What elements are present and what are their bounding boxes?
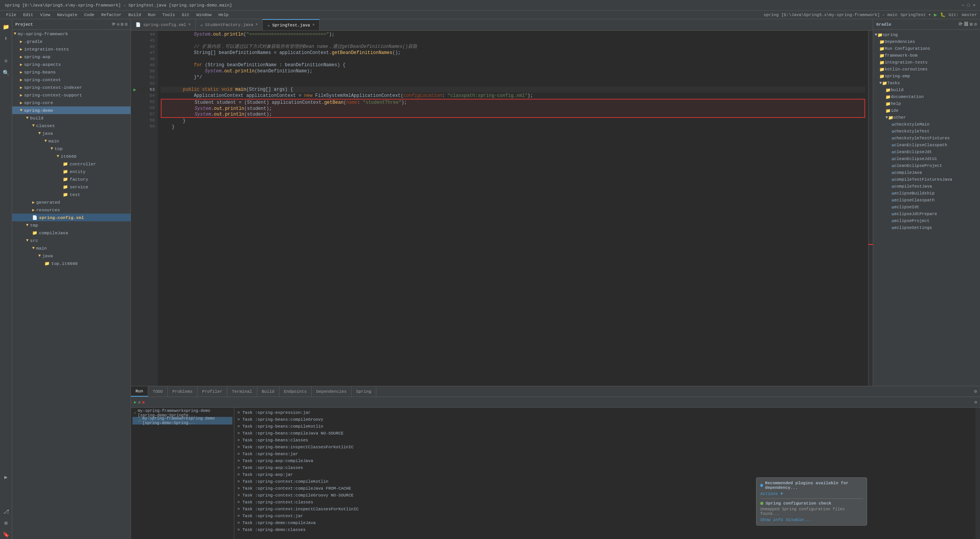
- code-content[interactable]: System.out.println("====================…: [158, 31, 868, 386]
- tree-classes[interactable]: ▼ classes: [12, 122, 131, 129]
- tree-main[interactable]: ▼ main: [12, 137, 131, 145]
- tree-gradle[interactable]: ▶ .gradle: [12, 38, 131, 45]
- tree-java[interactable]: ▼ java: [12, 129, 131, 137]
- sidebar-search-icon[interactable]: 🔍: [2, 68, 11, 77]
- bottom-tab-terminal[interactable]: Terminal: [227, 386, 257, 397]
- gradle-eclipseIdt[interactable]: ⚙ eclipseIdt: [873, 204, 980, 211]
- run-item-2[interactable]: ✓ my-spring-frameworkspring demo [spring…: [132, 417, 232, 425]
- tree-spring-aop[interactable]: ▶ spring-aop: [12, 53, 131, 60]
- bottom-tab-todo[interactable]: TODO: [148, 386, 168, 397]
- gradle-integration-tests[interactable]: 📁 integration-tests: [873, 59, 980, 66]
- sidebar-git-icon[interactable]: ⎇: [2, 507, 11, 516]
- editor-scrollbar[interactable]: [868, 31, 873, 386]
- tree-src-main[interactable]: ▼ main: [12, 244, 131, 252]
- gradle-compilejava-task[interactable]: ⚙ compileJava: [873, 169, 980, 176]
- tree-spring-demo[interactable]: ▼ spring-demo: [12, 106, 131, 114]
- sidebar-bookmark-icon[interactable]: 🔖: [2, 530, 11, 539]
- menu-tools[interactable]: Tools: [159, 12, 178, 18]
- menu-edit[interactable]: Edit: [20, 12, 36, 18]
- sidebar-structure2-icon[interactable]: ⊞: [2, 518, 11, 528]
- tab-spring-test[interactable]: ☕ SpringTest.java ×: [263, 19, 320, 30]
- project-collapse-icon[interactable]: ⊟: [125, 22, 127, 27]
- debug-btn[interactable]: 🐛: [940, 12, 946, 17]
- run-stop-icon[interactable]: ◼: [142, 400, 145, 405]
- gradle-checkstyletestfixtures[interactable]: ⚙ checkstyleTestFixtures: [873, 135, 980, 142]
- tree-build[interactable]: ▼ build: [12, 114, 131, 122]
- bottom-panel-gear-icon[interactable]: ⚙: [974, 389, 977, 394]
- sidebar-commit-icon[interactable]: ⬆: [2, 34, 11, 43]
- bottom-tab-build[interactable]: Build: [257, 386, 279, 397]
- run-rerun-icon[interactable]: ↺: [138, 400, 141, 405]
- tree-factory[interactable]: 📁 factory: [12, 175, 131, 183]
- gradle-framework-bom[interactable]: 📁 framework-bom: [873, 52, 980, 59]
- run-toolbar-gear-icon[interactable]: ⚙: [974, 400, 977, 405]
- minimize-btn[interactable]: ─: [962, 3, 964, 8]
- gradle-eclipseJdtPrepare[interactable]: ⚙ eclipseJdtPrepare: [873, 211, 980, 217]
- notification-plugin-actions[interactable]: Actions ▼: [760, 492, 783, 496]
- tab-student-factory[interactable]: ☕ StudentFactory.java ×: [196, 19, 263, 30]
- tree-integration-tests[interactable]: ▶ integration-tests: [12, 45, 131, 53]
- gradle-cleaneclipseidtui[interactable]: ⚙ cleanEclipseJdtUi: [873, 155, 980, 162]
- bottom-tab-run[interactable]: Run: [131, 386, 148, 397]
- gradle-cleaneclipseclasspath[interactable]: ⚙ cleanEclipseClasspath: [873, 142, 980, 149]
- gradle-cleaneclipseidt[interactable]: ⚙ cleanEclipseJdt: [873, 149, 980, 155]
- gradle-compiletestjava[interactable]: ⚙ compileTestJava: [873, 183, 980, 190]
- gradle-tasks[interactable]: ▼ 📁 Tasks: [873, 80, 980, 87]
- bottom-tab-endpoints[interactable]: Endpoints: [279, 386, 312, 397]
- menu-run[interactable]: Run: [145, 12, 158, 18]
- gradle-task-help[interactable]: 📁 help: [873, 100, 980, 107]
- gradle-spring-emp[interactable]: 📁 spring-emp: [873, 73, 980, 80]
- menu-code[interactable]: Code: [81, 12, 97, 18]
- bottom-tab-spring[interactable]: Spring: [351, 386, 376, 397]
- tree-spring-context[interactable]: ▶ spring-context: [12, 76, 131, 83]
- tree-spring-config-xml[interactable]: 📄 spring-config.xml: [12, 214, 131, 221]
- gradle-task-ide[interactable]: 📁 ide: [873, 107, 980, 114]
- tree-spring-core[interactable]: ▶ spring-core: [12, 99, 131, 106]
- gradle-eclipseSettings[interactable]: ⚙ eclipseSettings: [873, 224, 980, 231]
- menu-file[interactable]: File: [3, 12, 19, 18]
- tree-controller[interactable]: 📁 controller: [12, 160, 131, 168]
- gradle-task-build[interactable]: 📁 build: [873, 87, 980, 93]
- menu-navigate[interactable]: Navigate: [54, 12, 80, 18]
- tree-it6666[interactable]: ▼ it6666: [12, 152, 131, 160]
- project-sync-icon[interactable]: ⟳: [112, 22, 115, 27]
- gradle-filter-icon[interactable]: ⚙: [974, 21, 977, 27]
- project-gear-icon[interactable]: ⚙: [117, 22, 119, 27]
- run-config[interactable]: SpringTest ▾: [900, 12, 931, 17]
- gradle-task-other[interactable]: ▼ 📁 other: [873, 114, 980, 121]
- gradle-run-configs[interactable]: 📁 Run Configurations: [873, 45, 980, 52]
- gradle-eclipsebuildship[interactable]: ⚙ eclipseBuildship: [873, 190, 980, 197]
- gradle-checkstylemain[interactable]: ⚙ checkstyleMain: [873, 121, 980, 128]
- menu-view[interactable]: View: [37, 12, 53, 18]
- run-output-scrollbar[interactable]: [975, 408, 980, 539]
- run-item-1[interactable]: ✓ my-spring-frameworkspring-demo [spring…: [132, 409, 232, 417]
- tab-spring-test-close[interactable]: ×: [312, 23, 315, 27]
- notification-spring-disable[interactable]: Disable...: [786, 518, 811, 522]
- gradle-cleaneclipseproject[interactable]: ⚙ cleanEclipseProject: [873, 162, 980, 169]
- bottom-tab-dependencies[interactable]: Dependencies: [312, 386, 351, 397]
- gradle-eclipseProject[interactable]: ⚙ eclipseProject: [873, 217, 980, 224]
- gradle-checkstyletest[interactable]: ⚙ checkstyleTest: [873, 128, 980, 135]
- sidebar-structure-icon[interactable]: ≡: [2, 57, 11, 66]
- tree-spring-context-indexer[interactable]: ▶ spring-context-indexer: [12, 83, 131, 91]
- tree-src[interactable]: ▼ src: [12, 237, 131, 244]
- tree-test-folder[interactable]: 📁 test: [12, 191, 131, 198]
- tab-student-factory-close[interactable]: ×: [255, 23, 258, 27]
- tree-generated[interactable]: ▶ generated: [12, 198, 131, 206]
- notification-spring-show-info[interactable]: Show info: [760, 518, 783, 522]
- tree-tmp[interactable]: ▼ tmp: [12, 221, 131, 229]
- gradle-link-icon[interactable]: ⛓: [964, 21, 969, 27]
- run-btn[interactable]: ▶: [934, 11, 937, 18]
- tree-top[interactable]: ▼ top: [12, 145, 131, 152]
- menu-window[interactable]: Window: [193, 12, 215, 18]
- bottom-tab-problems[interactable]: Problems: [168, 386, 198, 397]
- sidebar-project-icon[interactable]: 📁: [2, 22, 11, 31]
- menu-refactor[interactable]: Refactor: [98, 12, 124, 18]
- tab-spring-config-close[interactable]: ×: [188, 23, 191, 27]
- gradle-compiletestfixturesjava[interactable]: ⚙ compileTestFixturesJava: [873, 176, 980, 183]
- tab-spring-config[interactable]: 📄 spring-config.xml ×: [131, 19, 196, 30]
- gradle-reload-icon[interactable]: ⟳: [959, 21, 962, 27]
- run-play-icon[interactable]: ▶: [134, 400, 137, 405]
- close-btn[interactable]: ×: [973, 3, 975, 8]
- gradle-spring[interactable]: ▼ 📁 spring: [873, 31, 980, 38]
